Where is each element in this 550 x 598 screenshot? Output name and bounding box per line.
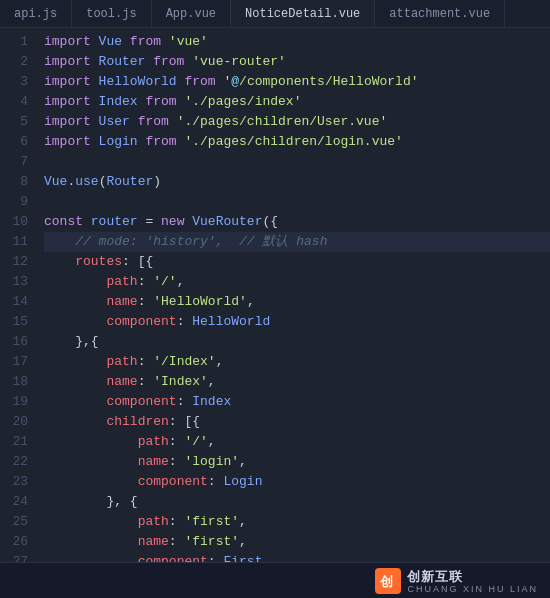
brand-text-block: 创新互联 CHUANG XIN HU LIAN <box>407 568 538 594</box>
tab-app[interactable]: App.vue <box>152 0 231 27</box>
code-line-7 <box>44 152 550 172</box>
code-line-18: name: 'Index', <box>44 372 550 392</box>
code-line-11: // mode: 'history', // 默认 hash <box>44 232 550 252</box>
code-line-10: const router = new VueRouter({ <box>44 212 550 232</box>
code-line-25: path: 'first', <box>44 512 550 532</box>
code-line-16: },{ <box>44 332 550 352</box>
code-line-12: routes: [{ <box>44 252 550 272</box>
code-content: import Vue from 'vue' import Router from… <box>36 28 550 562</box>
code-line-1: import Vue from 'vue' <box>44 32 550 52</box>
code-line-20: children: [{ <box>44 412 550 432</box>
svg-text:创: 创 <box>379 574 393 589</box>
code-line-9 <box>44 192 550 212</box>
code-line-4: import Index from './pages/index' <box>44 92 550 112</box>
code-line-13: path: '/', <box>44 272 550 292</box>
code-line-8: Vue.use(Router) <box>44 172 550 192</box>
code-line-15: component: HelloWorld <box>44 312 550 332</box>
tab-noticedetail[interactable]: NoticeDetail.vue <box>231 0 375 27</box>
code-line-2: import Router from 'vue-router' <box>44 52 550 72</box>
brand-name: 创新互联 <box>407 569 463 584</box>
tab-bar: api.js tool.js App.vue NoticeDetail.vue … <box>0 0 550 28</box>
brand-logo: 创 创新互联 CHUANG XIN HU LIAN <box>375 568 538 594</box>
code-line-24: }, { <box>44 492 550 512</box>
code-line-27: component: First <box>44 552 550 562</box>
tab-tool[interactable]: tool.js <box>72 0 151 27</box>
brand-sub: CHUANG XIN HU LIAN <box>407 584 538 594</box>
code-line-17: path: '/Index', <box>44 352 550 372</box>
code-line-14: name: 'HelloWorld', <box>44 292 550 312</box>
code-line-3: import HelloWorld from '@/components/Hel… <box>44 72 550 92</box>
brand-svg-icon: 创 <box>378 571 398 591</box>
code-line-5: import User from './pages/children/User.… <box>44 112 550 132</box>
code-line-21: path: '/', <box>44 432 550 452</box>
code-line-6: import Login from './pages/children/logi… <box>44 132 550 152</box>
code-line-23: component: Login <box>44 472 550 492</box>
code-line-22: name: 'login', <box>44 452 550 472</box>
footer: 创 创新互联 CHUANG XIN HU LIAN <box>0 562 550 598</box>
line-numbers: 12345 678910 1112131415 1617181920 21222… <box>0 28 36 562</box>
code-line-19: component: Index <box>44 392 550 412</box>
tab-api[interactable]: api.js <box>0 0 72 27</box>
tab-attachment[interactable]: attachment.vue <box>375 0 505 27</box>
code-editor: 12345 678910 1112131415 1617181920 21222… <box>0 28 550 562</box>
code-line-26: name: 'first', <box>44 532 550 552</box>
brand-icon: 创 <box>375 568 401 594</box>
